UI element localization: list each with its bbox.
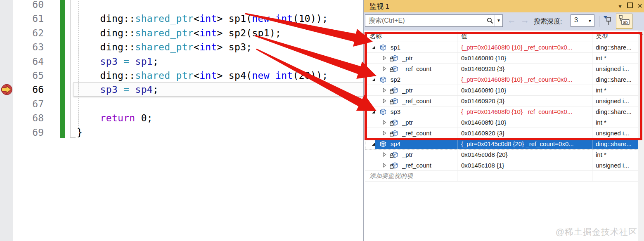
- current-statement-breakpoint-icon[interactable]: [1, 83, 13, 96]
- expander-collapsed-icon[interactable]: [382, 152, 387, 157]
- watch-table: 名称 值 类型 sp1 {_ptr=0x014608f0 {10} _ref_c…: [365, 31, 638, 182]
- search-depth-select[interactable]: 3 ▼: [571, 14, 594, 27]
- scroll-up-icon[interactable]: [639, 32, 643, 35]
- expander-collapsed-icon[interactable]: [382, 131, 387, 135]
- line-number: 69: [17, 125, 44, 139]
- breakpoint-margin[interactable]: [0, 0, 13, 241]
- watch-row-name: _ptr: [402, 54, 413, 61]
- watch-row-sp2[interactable]: sp2 {_ptr=0x014608f0 {10} _ref_count=0x0…: [365, 74, 638, 85]
- watch-row-type: ding::share...: [596, 108, 632, 115]
- code-line-68[interactable]: return 0;: [77, 111, 153, 125]
- code-line-69[interactable]: }: [77, 125, 83, 139]
- watch-row-name: sp2: [391, 76, 400, 83]
- line-number: 65: [17, 69, 44, 83]
- expander-collapsed-icon[interactable]: [382, 120, 387, 125]
- expander-expanded-icon[interactable]: [371, 142, 376, 146]
- private-member-icon: [390, 66, 399, 72]
- watch-row-_ref_count[interactable]: _ref_count 0x01460920 {3} unsigned i...: [365, 128, 638, 139]
- watch-row-type: unsigned i...: [596, 97, 629, 104]
- watch-row-_ptr[interactable]: _ptr 0x014608f0 {10} int *: [365, 85, 638, 96]
- code-line-61[interactable]: ding::shared_ptr<int> sp1(new int(10));: [77, 12, 328, 26]
- line-number-gutter: 60616263646566676869: [17, 0, 44, 241]
- watch-row-name: sp4: [391, 140, 400, 147]
- search-forward-icon[interactable]: →: [521, 15, 529, 25]
- screenshot-stage: 60616263646566676869 ding::shared_ptr<in…: [0, 0, 644, 241]
- watch-row-value: 0x014608f0 {10}: [461, 54, 506, 61]
- watch-row-sp3[interactable]: sp3 {_ptr=0x014608f0 {10} _ref_count=0x0…: [365, 106, 638, 117]
- object-icon: [379, 44, 387, 51]
- watch-row-type: ding::share...: [596, 44, 632, 51]
- watch-row-name: sp1: [391, 44, 400, 51]
- search-back-icon[interactable]: ←: [507, 15, 516, 25]
- search-icon: [487, 17, 493, 24]
- watch-row-name: _ptr: [402, 151, 413, 158]
- vertical-scrollbar[interactable]: [638, 31, 644, 241]
- show-pinned-values-ab-button[interactable]: ab: [616, 14, 632, 29]
- code-editor[interactable]: ding::shared_ptr<int> sp1(new int(10)); …: [77, 0, 363, 241]
- watch-row-value: 0x01460920 {3}: [461, 65, 504, 72]
- expander-collapsed-icon[interactable]: [382, 88, 387, 92]
- filter-pinned-properties-icon[interactable]: [603, 16, 613, 26]
- code-line-62[interactable]: ding::shared_ptr<int> sp2(sp1);: [77, 26, 281, 40]
- private-member-icon: [390, 55, 399, 61]
- expander-collapsed-icon[interactable]: [382, 56, 387, 60]
- watch-row-value: 0x014608f0 {10}: [461, 119, 506, 126]
- window-position-icon[interactable]: ▾: [616, 1, 625, 11]
- line-number: 67: [17, 97, 44, 111]
- column-header-name[interactable]: 名称: [365, 31, 457, 42]
- code-line-63[interactable]: ding::shared_ptr<int> sp3;: [77, 40, 252, 54]
- watch-row-value: 0x0145c108 {1}: [461, 162, 504, 169]
- column-header-value[interactable]: 值: [457, 31, 592, 42]
- watch-row-sp1[interactable]: sp1 {_ptr=0x014608f0 {10} _ref_count=0x0…: [365, 42, 638, 53]
- watch-row-_ptr[interactable]: _ptr 0x014608f0 {10} int *: [365, 117, 638, 128]
- search-options-dropdown[interactable]: ▼: [495, 15, 502, 26]
- watch-row-_ptr[interactable]: _ptr 0x014608f0 {10} int *: [365, 53, 638, 64]
- watch-row-sp4[interactable]: sp4 {_ptr=0x0145c0d8 {20} _ref_count=0x0…: [365, 139, 638, 149]
- expander-expanded-icon[interactable]: [371, 110, 376, 114]
- expander-expanded-icon[interactable]: [371, 78, 376, 82]
- watch-row-type: int *: [596, 54, 606, 61]
- private-member-icon: [390, 87, 399, 94]
- watch-row-_ptr[interactable]: _ptr 0x0145c0d8 {20} int *: [365, 149, 638, 160]
- search-depth-label: 搜索深度:: [534, 17, 562, 26]
- column-header-type[interactable]: 类型: [592, 31, 638, 42]
- watch-row-value: 0x01460920 {3}: [461, 130, 504, 137]
- watch-row-type: ding::share...: [596, 76, 632, 83]
- expander-expanded-icon[interactable]: [371, 45, 376, 50]
- code-line-65[interactable]: ding::shared_ptr<int> sp4(new int(20));: [77, 69, 328, 83]
- watch-row-type: int *: [596, 151, 606, 158]
- expander-collapsed-icon[interactable]: [382, 66, 387, 71]
- watch-row-_ref_count[interactable]: _ref_count 0x0145c108 {1} unsigned i...: [365, 160, 638, 171]
- search-input[interactable]: 搜索(Ctrl+E) ▼: [365, 14, 503, 27]
- watch-titlebar[interactable]: 监视 1 ▾ ✕: [364, 0, 644, 12]
- line-number: 64: [17, 54, 44, 69]
- toolbar-separator: [599, 16, 599, 27]
- watch-row-value: {_ptr=0x014608f0 {10} _ref_count=0x0...: [461, 76, 572, 83]
- search-placeholder: 搜索(Ctrl+E): [369, 17, 405, 25]
- close-icon[interactable]: ✕: [635, 1, 644, 11]
- watch-toolbar: 搜索(Ctrl+E) ▼ ← → 搜索深度: 3 ▼: [364, 12, 644, 31]
- private-member-icon: [390, 130, 399, 137]
- search-depth-value: 3: [574, 17, 578, 24]
- watch-table-header[interactable]: 名称 值 类型: [365, 31, 638, 42]
- object-icon: [379, 109, 387, 115]
- code-line-64[interactable]: sp3 = sp1;: [77, 54, 159, 69]
- watermark: @稀土掘金技术社区: [556, 226, 637, 238]
- watch-row-_ref_count[interactable]: _ref_count 0x01460920 {3} unsigned i...: [365, 96, 638, 106]
- watch-row-type: int *: [596, 119, 606, 126]
- block-collapse-guide: [70, 0, 76, 138]
- private-member-icon: [390, 119, 399, 126]
- line-number: 62: [17, 26, 44, 40]
- watch-row-_ref_count[interactable]: _ref_count 0x01460920 {3} unsigned i...: [365, 64, 638, 74]
- chevron-down-icon: ▼: [588, 19, 592, 23]
- maximize-icon[interactable]: [625, 1, 635, 11]
- watch-row-type: int *: [596, 87, 606, 94]
- expander-collapsed-icon[interactable]: [382, 163, 387, 168]
- expander-collapsed-icon[interactable]: [382, 99, 387, 103]
- code-line-66[interactable]: sp3 = sp4;: [77, 83, 159, 97]
- watch-row-name: sp3: [391, 108, 400, 115]
- watch-row-value: 0x0145c0d8 {20}: [461, 151, 508, 158]
- line-number: 68: [17, 111, 44, 125]
- add-watch-row[interactable]: 添加要监视的项: [365, 171, 638, 182]
- watch-row-name: _ref_count: [402, 130, 431, 137]
